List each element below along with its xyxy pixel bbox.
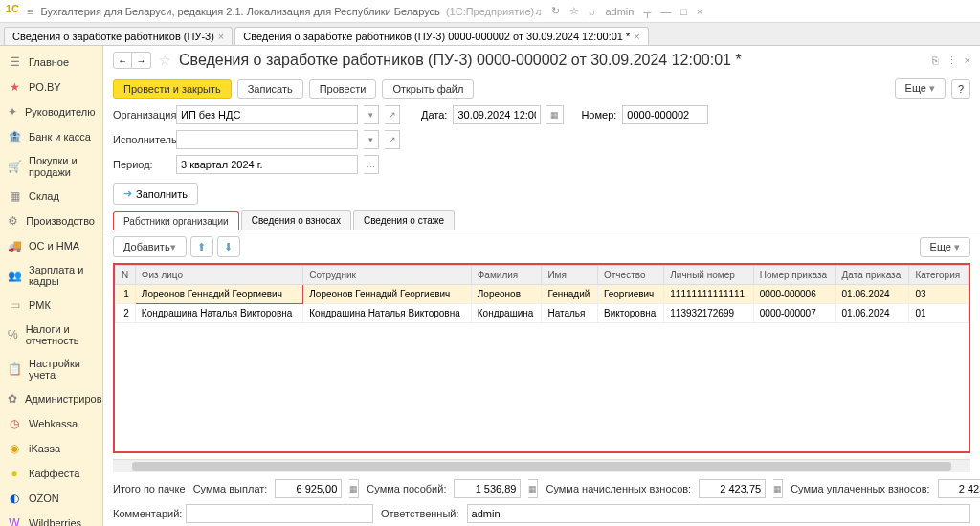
sidebar-item[interactable]: ●Каффеста — [0, 461, 102, 486]
sidebar-item[interactable]: ▦Склад — [0, 184, 102, 208]
table-cell[interactable]: Кондрашина — [471, 304, 542, 323]
bell-icon[interactable]: ♫ — [534, 6, 542, 17]
table-header[interactable]: Сотрудник — [303, 266, 471, 285]
add-row-button[interactable]: Добавить — [113, 236, 187, 257]
sidebar-item[interactable]: 📋Настройки учета — [0, 352, 102, 386]
page-close-icon[interactable]: × — [965, 55, 970, 67]
table-header[interactable]: Отчество — [598, 266, 664, 285]
org-open-icon[interactable]: ↗ — [385, 105, 400, 124]
table-cell[interactable]: Кондрашина Наталья Викторовна — [135, 304, 302, 323]
options-icon[interactable]: ╤ — [643, 6, 651, 17]
nav-back-button[interactable]: ← — [113, 52, 132, 69]
executor-select-icon[interactable]: ▾ — [364, 130, 379, 149]
table-cell[interactable]: 113932172699 — [664, 304, 754, 323]
sidebar-item[interactable]: 🏦Банк и касса — [0, 124, 102, 149]
more-button[interactable]: Еще — [895, 78, 946, 99]
table-cell[interactable]: Лореонов — [471, 285, 542, 304]
minimize-icon[interactable]: — — [660, 6, 671, 17]
tab-document[interactable]: Сведения о заработке работников (ПУ-3) 0… — [234, 27, 648, 45]
calc-icon[interactable]: ▦ — [349, 479, 359, 498]
sidebar-item[interactable]: %Налоги и отчетность — [0, 318, 102, 352]
table-cell[interactable]: Кондрашина Наталья Викторовна — [303, 304, 471, 323]
table-cell[interactable]: 11111111111111 — [664, 285, 754, 304]
menu-icon[interactable]: ≡ — [27, 6, 33, 17]
sidebar-item[interactable]: 🛒Покупки и продажи — [0, 149, 102, 184]
table-cell[interactable]: Лореонов Геннадий Георгиевич — [135, 285, 302, 304]
sidebar-item[interactable]: ⚙Производство — [0, 208, 102, 233]
executor-input[interactable] — [176, 130, 358, 149]
sidebar-item[interactable]: 🚚ОС и НМА — [0, 233, 102, 258]
sidebar-item[interactable]: ✦Руководителю — [0, 99, 102, 124]
sidebar-item[interactable]: 👥Зарплата и кадры — [0, 258, 102, 293]
tab-list[interactable]: Сведения о заработке работников (ПУ-3)× — [4, 27, 233, 45]
sidebar-item[interactable]: ☰Главное — [0, 50, 102, 75]
table-row[interactable]: 2Кондрашина Наталья ВикторовнаКондрашина… — [116, 304, 969, 323]
table-cell[interactable]: 03 — [909, 285, 969, 304]
sidebar-item[interactable]: ▭РМК — [0, 293, 102, 318]
move-up-button[interactable]: ⬆ — [190, 236, 213, 257]
menu-dots-icon[interactable]: ⋮ — [947, 55, 957, 67]
user-label[interactable]: admin — [605, 6, 634, 17]
tab-close-icon[interactable]: × — [634, 31, 639, 42]
table-cell[interactable]: 1 — [116, 285, 136, 304]
table-row[interactable]: 1Лореонов Геннадий ГеоргиевичЛореонов Ге… — [116, 285, 969, 304]
sidebar-item[interactable]: ✿Администрирование — [0, 386, 102, 411]
move-down-button[interactable]: ⬇ — [217, 236, 240, 257]
responsible-input[interactable] — [467, 504, 970, 523]
date-input[interactable] — [453, 105, 541, 124]
table-header[interactable]: Личный номер — [664, 266, 754, 285]
table-cell[interactable]: Викторовна — [598, 304, 664, 323]
table-header[interactable]: Дата приказа — [835, 266, 909, 285]
table-cell[interactable]: 01.06.2024 — [835, 304, 909, 323]
table-cell[interactable]: Лореонов Геннадий Георгиевич — [303, 285, 471, 304]
favorite-icon[interactable]: ☆ — [159, 53, 171, 68]
help-button[interactable]: ? — [951, 79, 970, 99]
table-cell[interactable]: Геннадий — [542, 285, 598, 304]
comment-input[interactable] — [186, 504, 373, 523]
star-icon[interactable]: ☆ — [569, 5, 579, 17]
sidebar-item[interactable]: ★PO.BY — [0, 75, 102, 99]
history-icon[interactable]: ↻ — [551, 5, 560, 17]
executor-open-icon[interactable]: ↗ — [385, 130, 400, 149]
tab-contributions[interactable]: Сведения о взносах — [241, 210, 351, 230]
table-cell[interactable]: Наталья — [542, 304, 598, 323]
org-select-icon[interactable]: ▾ — [364, 105, 379, 124]
table-header[interactable]: Номер приказа — [753, 266, 835, 285]
sidebar-item[interactable]: ◐OZON — [0, 486, 102, 511]
open-file-button[interactable]: Открыть файл — [382, 79, 474, 99]
post-button[interactable]: Провести — [309, 79, 377, 99]
sidebar-item[interactable]: ◉iKassa — [0, 436, 102, 461]
table-header[interactable]: Категория — [909, 266, 969, 285]
sum-payments-input[interactable] — [275, 479, 342, 498]
table-header[interactable]: Фамилия — [471, 266, 542, 285]
tab-employees[interactable]: Работники организации — [113, 211, 239, 230]
period-select-icon[interactable]: … — [364, 155, 379, 174]
horizontal-scrollbar[interactable] — [113, 459, 970, 472]
calc-icon[interactable]: ▦ — [528, 479, 538, 498]
table-header[interactable]: Имя — [542, 266, 598, 285]
fill-button[interactable]: ➜ Заполнить — [113, 183, 198, 205]
calc-icon[interactable]: ▦ — [773, 479, 783, 498]
table-cell[interactable]: 0000-000007 — [753, 304, 835, 323]
sidebar-item[interactable]: ◷Webkassa — [0, 411, 102, 436]
post-and-close-button[interactable]: Провести и закрыть — [113, 79, 232, 99]
close-icon[interactable]: × — [697, 6, 702, 17]
table-cell[interactable]: 0000-000006 — [753, 285, 835, 304]
maximize-icon[interactable]: □ — [680, 6, 687, 17]
sum-accrued-input[interactable] — [699, 479, 766, 498]
table-header[interactable]: N — [116, 266, 136, 285]
table-cell[interactable]: 01.06.2024 — [835, 285, 909, 304]
table-cell[interactable]: 01 — [909, 304, 969, 323]
org-input[interactable] — [176, 105, 358, 124]
number-input[interactable] — [622, 105, 708, 124]
calendar-icon[interactable]: ▦ — [546, 105, 564, 124]
sidebar-item[interactable]: WWildberries — [0, 511, 102, 526]
link-icon[interactable]: ⎘ — [932, 55, 939, 67]
table-more-button[interactable]: Еще — [920, 237, 970, 257]
table-cell[interactable]: Георгиевич — [598, 285, 664, 304]
sum-benefits-input[interactable] — [454, 479, 521, 498]
table-header[interactable]: Физ лицо — [135, 266, 302, 285]
search-icon[interactable]: ⌕ — [589, 6, 595, 17]
tab-close-icon[interactable]: × — [218, 31, 224, 42]
write-button[interactable]: Записать — [237, 79, 303, 99]
